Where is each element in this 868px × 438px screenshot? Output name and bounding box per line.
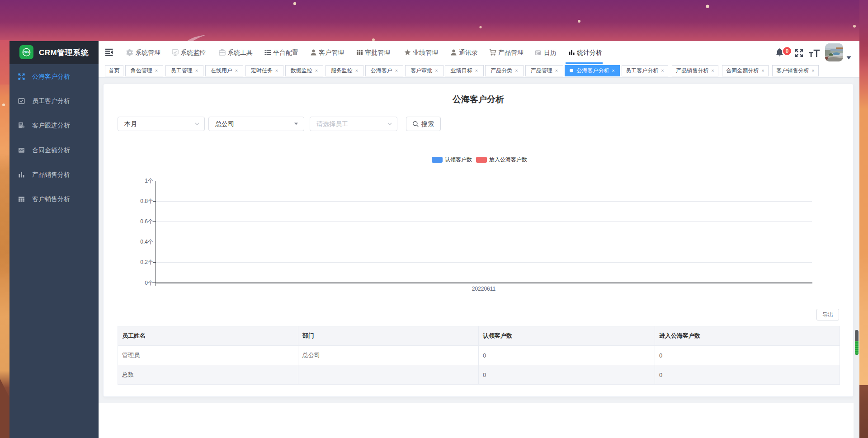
svg-text:CRM: CRM bbox=[23, 51, 30, 54]
